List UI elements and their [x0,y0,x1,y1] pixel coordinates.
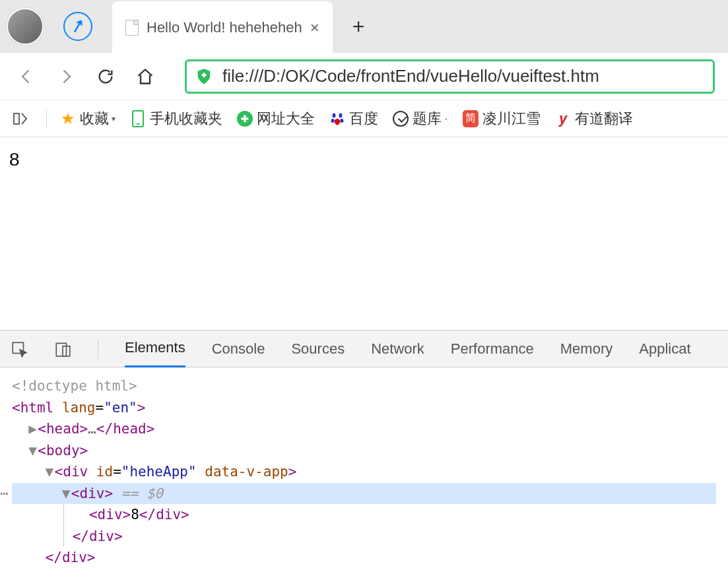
ellipsis-icon[interactable]: ⋯ [0,483,7,505]
favorites-button[interactable]: ★ 收藏 ▾ [55,106,121,131]
bookmark-tiku-dash: · [444,110,448,127]
page-viewport: 8 [0,137,728,330]
svg-point-1 [333,113,336,117]
separator [46,109,47,129]
dom-node-body[interactable]: ▼<body> [12,440,716,462]
security-shield-icon [195,67,213,86]
collapse-arrow-icon[interactable]: ▼ [28,440,38,462]
favorites-label: 收藏 [80,109,109,129]
youdao-icon: y [555,111,571,127]
tab-performance[interactable]: Performance [451,331,534,367]
dom-node-selected[interactable]: ⋯ ▼<div> == $0 [12,483,716,505]
inspect-element-button[interactable] [11,340,28,358]
bookmark-360-label: 网址大全 [257,109,315,129]
360-icon: ✚ [237,111,253,127]
tab-network[interactable]: Network [371,331,424,367]
svg-point-2 [339,113,343,117]
devtools-tab-bar: Elements Console Sources Network Perform… [0,331,728,367]
expand-arrow-icon[interactable]: ▶ [28,418,38,440]
mobile-bookmarks-label: 手机收藏夹 [150,109,222,129]
dom-node-div-app[interactable]: ▼<div id="heheApp" data-v-app> [12,461,716,483]
phone-icon [130,111,146,127]
bookmarks-bar: ★ 收藏 ▾ 手机收藏夹 ✚ 网址大全 百度 题库 · 简 凌川江雪 y 有道翻… [0,100,728,137]
dom-children-group: <div>8</div> </div> [59,504,716,547]
page-text: 8 [9,149,20,170]
elements-tree[interactable]: <!doctype html> <html lang="en"> ▶<head>… [0,367,728,570]
file-icon [125,20,139,36]
url-text: file:///D:/OK/Code/frontEnd/vueHello/vue… [222,66,599,86]
reload-button[interactable] [92,63,119,90]
browser-tab-strip: Hello World! heheheheh × + [0,0,728,53]
dom-node-html[interactable]: <html lang="en"> [12,397,716,419]
address-bar[interactable]: file:///D:/OK/Code/frontEnd/vueHello/vue… [185,59,715,94]
collapse-arrow-icon[interactable]: ▼ [62,483,71,505]
dom-node-close[interactable]: </div> [64,526,716,548]
bookmark-baidu-label: 百度 [349,109,378,129]
dom-node-head[interactable]: ▶<head>…</head> [12,418,716,440]
bookmark-youdao-label: 有道翻译 [575,109,633,129]
home-button[interactable] [132,63,158,90]
tab-sources[interactable]: Sources [291,331,345,367]
baidu-icon [329,111,345,127]
svg-point-3 [331,119,335,123]
dom-node-close[interactable]: </div> [12,547,716,569]
tab-elements[interactable]: Elements [125,330,185,367]
mobile-bookmarks-button[interactable]: 手机收藏夹 [125,106,228,131]
chevron-down-icon: ▾ [112,114,116,123]
back-button[interactable] [13,63,40,90]
bookmark-360[interactable]: ✚ 网址大全 [232,106,320,131]
forward-button[interactable] [53,63,79,90]
new-tab-button[interactable]: + [352,15,365,39]
browser-tab[interactable]: Hello World! heheheheh × [112,1,333,54]
bookmark-baidu[interactable]: 百度 [324,106,383,131]
device-toggle-button[interactable] [54,340,71,358]
svg-rect-6 [56,343,66,356]
devtools-panel: Elements Console Sources Network Perform… [0,330,728,570]
sidebar-toggle-button[interactable] [7,108,33,129]
tab-application[interactable]: Applicat [639,331,690,367]
svg-point-4 [341,119,344,123]
bookmark-lingchuan[interactable]: 简 凌川江雪 [457,106,546,131]
bookmark-lingchuan-label: 凌川江雪 [482,109,541,129]
jian-icon: 简 [463,111,479,127]
user-avatar[interactable] [7,8,44,45]
dom-node-leaf[interactable]: <div>8</div> [64,504,716,526]
checkmark-circle-icon [393,111,409,127]
navigation-compass-icon[interactable] [63,12,92,41]
dom-node-doctype[interactable]: <!doctype html> [12,375,716,397]
bookmark-youdao[interactable]: y 有道翻译 [550,106,638,131]
tab-console[interactable]: Console [212,331,265,367]
bookmark-tiku[interactable]: 题库 · [387,106,453,131]
separator [98,339,98,359]
navigation-bar: file:///D:/OK/Code/frontEnd/vueHello/vue… [0,53,728,100]
tab-title: Hello World! heheheheh [147,19,302,36]
bookmark-tiku-label: 题库 [413,109,442,129]
tab-memory[interactable]: Memory [560,331,612,367]
close-tab-button[interactable]: × [310,18,319,37]
star-icon: ★ [60,111,76,127]
collapse-arrow-icon[interactable]: ▼ [46,461,55,483]
svg-rect-0 [14,113,19,124]
